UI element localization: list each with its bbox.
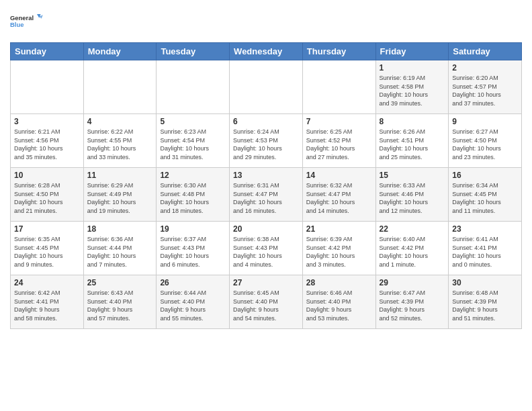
day-info: Sunrise: 6:44 AM Sunset: 4:40 PM Dayligh… xyxy=(160,289,226,322)
logo: General Blue xyxy=(10,7,44,37)
day-info: Sunrise: 6:19 AM Sunset: 4:58 PM Dayligh… xyxy=(380,74,445,107)
day-number: 6 xyxy=(233,117,299,126)
day-number: 19 xyxy=(160,224,226,234)
day-info: Sunrise: 6:23 AM Sunset: 4:54 PM Dayligh… xyxy=(160,128,226,161)
day-number: 10 xyxy=(14,171,80,180)
calendar-cell: 4Sunrise: 6:22 AM Sunset: 4:55 PM Daylig… xyxy=(83,114,157,168)
day-info: Sunrise: 6:42 AM Sunset: 4:41 PM Dayligh… xyxy=(14,289,80,322)
day-number: 13 xyxy=(233,171,299,180)
calendar-cell: 5Sunrise: 6:23 AM Sunset: 4:54 PM Daylig… xyxy=(157,114,230,168)
day-number: 18 xyxy=(87,224,153,234)
calendar-cell: 15Sunrise: 6:33 AM Sunset: 4:46 PM Dayli… xyxy=(375,168,449,222)
day-info: Sunrise: 6:45 AM Sunset: 4:40 PM Dayligh… xyxy=(233,289,299,322)
col-header-monday: Monday xyxy=(83,43,157,60)
calendar-cell: 7Sunrise: 6:25 AM Sunset: 4:52 PM Daylig… xyxy=(302,114,375,168)
day-number: 25 xyxy=(87,278,153,287)
calendar-cell: 14Sunrise: 6:32 AM Sunset: 4:47 PM Dayli… xyxy=(302,168,375,222)
day-number: 11 xyxy=(87,171,153,180)
day-info: Sunrise: 6:41 AM Sunset: 4:41 PM Dayligh… xyxy=(452,235,518,269)
day-info: Sunrise: 6:37 AM Sunset: 4:43 PM Dayligh… xyxy=(160,235,226,269)
day-info: Sunrise: 6:48 AM Sunset: 4:39 PM Dayligh… xyxy=(452,289,518,322)
day-number: 2 xyxy=(452,63,518,73)
calendar-cell: 6Sunrise: 6:24 AM Sunset: 4:53 PM Daylig… xyxy=(230,114,303,168)
day-number: 1 xyxy=(380,63,445,73)
day-number: 15 xyxy=(380,171,445,180)
calendar-cell: 17Sunrise: 6:35 AM Sunset: 4:45 PM Dayli… xyxy=(11,222,84,275)
calendar-cell: 9Sunrise: 6:27 AM Sunset: 4:50 PM Daylig… xyxy=(449,114,522,168)
calendar-cell: 8Sunrise: 6:26 AM Sunset: 4:51 PM Daylig… xyxy=(375,114,449,168)
col-header-tuesday: Tuesday xyxy=(157,43,230,60)
day-info: Sunrise: 6:38 AM Sunset: 4:43 PM Dayligh… xyxy=(233,235,299,269)
day-info: Sunrise: 6:35 AM Sunset: 4:45 PM Dayligh… xyxy=(14,235,80,269)
day-number: 9 xyxy=(452,117,518,126)
day-info: Sunrise: 6:30 AM Sunset: 4:48 PM Dayligh… xyxy=(160,181,226,215)
day-info: Sunrise: 6:21 AM Sunset: 4:56 PM Dayligh… xyxy=(14,128,80,161)
calendar-cell: 12Sunrise: 6:30 AM Sunset: 4:48 PM Dayli… xyxy=(157,168,230,222)
calendar-cell: 30Sunrise: 6:48 AM Sunset: 4:39 PM Dayli… xyxy=(449,275,522,329)
col-header-friday: Friday xyxy=(375,43,449,60)
day-info: Sunrise: 6:36 AM Sunset: 4:44 PM Dayligh… xyxy=(87,235,153,269)
calendar-cell xyxy=(302,60,375,114)
day-info: Sunrise: 6:27 AM Sunset: 4:50 PM Dayligh… xyxy=(452,128,518,161)
calendar-cell: 25Sunrise: 6:43 AM Sunset: 4:40 PM Dayli… xyxy=(83,275,157,329)
header: General Blue xyxy=(10,7,522,37)
calendar-cell: 27Sunrise: 6:45 AM Sunset: 4:40 PM Dayli… xyxy=(230,275,303,329)
day-info: Sunrise: 6:39 AM Sunset: 4:42 PM Dayligh… xyxy=(306,235,372,269)
day-info: Sunrise: 6:32 AM Sunset: 4:47 PM Dayligh… xyxy=(306,181,372,215)
calendar-cell: 18Sunrise: 6:36 AM Sunset: 4:44 PM Dayli… xyxy=(83,222,157,275)
day-number: 21 xyxy=(306,224,372,234)
header-row: SundayMondayTuesdayWednesdayThursdayFrid… xyxy=(11,43,522,60)
day-info: Sunrise: 6:46 AM Sunset: 4:40 PM Dayligh… xyxy=(306,289,372,322)
day-info: Sunrise: 6:26 AM Sunset: 4:51 PM Dayligh… xyxy=(380,128,445,161)
page-container: General Blue SundayMondayTuesdayWednesda… xyxy=(0,0,532,411)
day-info: Sunrise: 6:47 AM Sunset: 4:39 PM Dayligh… xyxy=(380,289,445,322)
calendar-cell xyxy=(11,60,84,114)
day-info: Sunrise: 6:33 AM Sunset: 4:46 PM Dayligh… xyxy=(380,181,445,215)
day-number: 14 xyxy=(306,171,372,180)
day-info: Sunrise: 6:40 AM Sunset: 4:42 PM Dayligh… xyxy=(380,235,445,269)
day-info: Sunrise: 6:29 AM Sunset: 4:49 PM Dayligh… xyxy=(87,181,153,215)
day-number: 4 xyxy=(87,117,153,126)
calendar-cell: 20Sunrise: 6:38 AM Sunset: 4:43 PM Dayli… xyxy=(230,222,303,275)
day-info: Sunrise: 6:20 AM Sunset: 4:57 PM Dayligh… xyxy=(452,74,518,107)
calendar-cell xyxy=(230,60,303,114)
day-number: 12 xyxy=(160,171,226,180)
day-number: 26 xyxy=(160,278,226,287)
calendar-cell: 3Sunrise: 6:21 AM Sunset: 4:56 PM Daylig… xyxy=(11,114,84,168)
calendar-cell: 24Sunrise: 6:42 AM Sunset: 4:41 PM Dayli… xyxy=(11,275,84,329)
day-info: Sunrise: 6:22 AM Sunset: 4:55 PM Dayligh… xyxy=(87,128,153,161)
week-row-4: 17Sunrise: 6:35 AM Sunset: 4:45 PM Dayli… xyxy=(11,222,522,275)
col-header-saturday: Saturday xyxy=(449,43,522,60)
calendar-cell: 19Sunrise: 6:37 AM Sunset: 4:43 PM Dayli… xyxy=(157,222,230,275)
week-row-3: 10Sunrise: 6:28 AM Sunset: 4:50 PM Dayli… xyxy=(11,168,522,222)
day-number: 24 xyxy=(14,278,80,287)
day-info: Sunrise: 6:25 AM Sunset: 4:52 PM Dayligh… xyxy=(306,128,372,161)
day-info: Sunrise: 6:43 AM Sunset: 4:40 PM Dayligh… xyxy=(87,289,153,322)
day-info: Sunrise: 6:34 AM Sunset: 4:45 PM Dayligh… xyxy=(452,181,518,215)
week-row-2: 3Sunrise: 6:21 AM Sunset: 4:56 PM Daylig… xyxy=(11,114,522,168)
calendar-cell: 22Sunrise: 6:40 AM Sunset: 4:42 PM Dayli… xyxy=(375,222,449,275)
col-header-sunday: Sunday xyxy=(11,43,84,60)
calendar-cell: 21Sunrise: 6:39 AM Sunset: 4:42 PM Dayli… xyxy=(302,222,375,275)
calendar-cell: 2Sunrise: 6:20 AM Sunset: 4:57 PM Daylig… xyxy=(449,60,522,114)
calendar-cell: 23Sunrise: 6:41 AM Sunset: 4:41 PM Dayli… xyxy=(449,222,522,275)
week-row-5: 24Sunrise: 6:42 AM Sunset: 4:41 PM Dayli… xyxy=(11,275,522,329)
day-number: 5 xyxy=(160,117,226,126)
day-number: 23 xyxy=(452,224,518,234)
svg-text:General: General xyxy=(10,14,34,21)
day-info: Sunrise: 6:24 AM Sunset: 4:53 PM Dayligh… xyxy=(233,128,299,161)
day-number: 30 xyxy=(452,278,518,287)
calendar-cell: 26Sunrise: 6:44 AM Sunset: 4:40 PM Dayli… xyxy=(157,275,230,329)
col-header-wednesday: Wednesday xyxy=(230,43,303,60)
week-row-1: 1Sunrise: 6:19 AM Sunset: 4:58 PM Daylig… xyxy=(11,60,522,114)
day-number: 16 xyxy=(452,171,518,180)
calendar-cell: 13Sunrise: 6:31 AM Sunset: 4:47 PM Dayli… xyxy=(230,168,303,222)
calendar-cell: 29Sunrise: 6:47 AM Sunset: 4:39 PM Dayli… xyxy=(375,275,449,329)
day-number: 8 xyxy=(380,117,445,126)
col-header-thursday: Thursday xyxy=(302,43,375,60)
calendar-cell xyxy=(83,60,157,114)
calendar-cell: 16Sunrise: 6:34 AM Sunset: 4:45 PM Dayli… xyxy=(449,168,522,222)
calendar-cell: 1Sunrise: 6:19 AM Sunset: 4:58 PM Daylig… xyxy=(375,60,449,114)
calendar-cell: 11Sunrise: 6:29 AM Sunset: 4:49 PM Dayli… xyxy=(83,168,157,222)
day-info: Sunrise: 6:31 AM Sunset: 4:47 PM Dayligh… xyxy=(233,181,299,215)
